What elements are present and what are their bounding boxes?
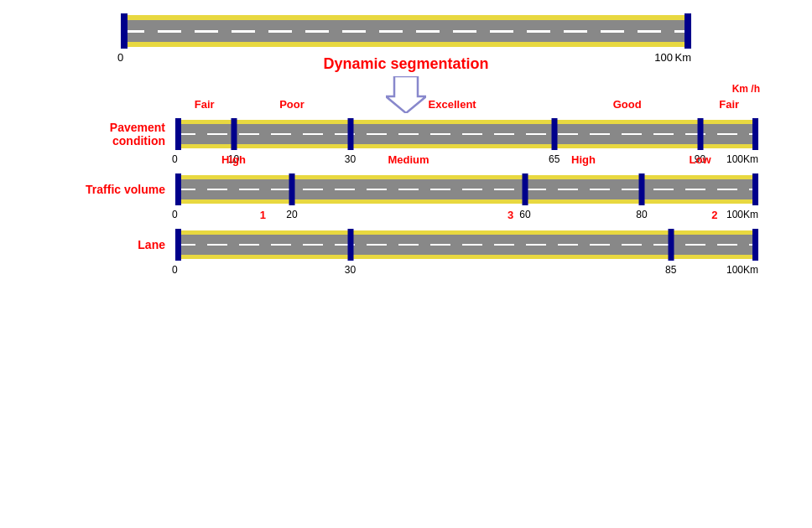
pavement-div-4 [697, 118, 703, 150]
lane-seg-1: 1 [260, 209, 266, 221]
lane-road-wrap: 1 3 2 0 30 85 100 Km [175, 230, 758, 259]
lane-km-85: 85 [665, 264, 676, 276]
down-arrow-icon [386, 76, 426, 113]
traffic-km-80: 80 [636, 209, 647, 220]
top-road-dashes [121, 30, 691, 33]
traffic-div-1 [289, 173, 295, 205]
top-road-start-km: 0 [117, 51, 123, 64]
lane-div-1 [347, 229, 353, 261]
lane-seg-2: 2 [711, 209, 717, 221]
top-road-end-unit: Km [675, 51, 692, 64]
pavement-km-start: 0 [172, 153, 178, 165]
pavement-right-marker [752, 118, 758, 150]
svg-marker-0 [386, 76, 426, 113]
pavement-km-65: 65 [549, 153, 560, 165]
lane-seg-3: 3 [508, 209, 513, 221]
pavement-seg-fair2: Fair [719, 98, 739, 111]
traffic-seg-low: Low [690, 153, 711, 166]
traffic-road [175, 175, 758, 204]
lane-km-30: 30 [345, 264, 356, 276]
traffic-seg-high1: High [221, 153, 246, 166]
pavement-label: Pavement condition [54, 121, 175, 148]
top-road-wrap: 0 100 Km [121, 15, 691, 47]
traffic-div-3 [639, 173, 645, 205]
pavement-seg-good: Good [613, 98, 642, 111]
pavement-div-3 [551, 118, 557, 150]
pavement-seg-fair1: Fair [195, 98, 215, 111]
lane-div-2 [668, 229, 674, 261]
pavement-road-wrap: Km /h Fair Poor Excellent Good Fair [175, 120, 758, 148]
traffic-left-marker [175, 173, 181, 205]
seg-rows: Pavement condition Km /h Fair Poor Ex [0, 120, 812, 259]
diagram-container: 0 100 Km Dynamic segmentation Pavement c… [0, 0, 812, 528]
lane-road [175, 230, 758, 259]
dynamic-segmentation-label: Dynamic segmentation [323, 55, 488, 73]
pavement-km-end: 100 [726, 153, 743, 165]
pavement-dashes [175, 133, 758, 135]
traffic-km-60: 60 [519, 209, 530, 220]
top-road-left-marker [121, 13, 128, 49]
pavement-div-1 [231, 118, 237, 150]
lane-label: Lane [54, 238, 175, 251]
pavement-km-unit: Km [743, 153, 758, 165]
lane-left-marker [175, 229, 181, 261]
top-road-end-km: 100 [654, 51, 673, 64]
pavement-left-marker [175, 118, 181, 150]
pavement-km-30: 30 [345, 153, 356, 165]
pavement-road [175, 120, 758, 148]
top-road-right-marker [684, 13, 691, 49]
traffic-seg-high2: High [571, 153, 596, 166]
top-road-section: 0 100 Km [121, 15, 691, 47]
traffic-row: Traffic volume High Medium High Low 0 20… [54, 175, 758, 204]
top-road [121, 15, 691, 47]
traffic-km-unit: Km [743, 209, 758, 220]
traffic-km-start: 0 [172, 209, 178, 220]
traffic-road-wrap: High Medium High Low 0 20 60 80 100 Km [175, 175, 758, 204]
kmh-label: Km /h [732, 83, 760, 95]
lane-km-unit: Km [743, 264, 758, 276]
traffic-seg-medium: Medium [388, 153, 429, 166]
traffic-label: Traffic volume [54, 183, 175, 196]
traffic-div-2 [523, 173, 528, 205]
lane-right-marker [752, 229, 758, 261]
pavement-div-2 [347, 118, 353, 150]
traffic-km-end: 100 [726, 209, 743, 220]
lane-row: Lane 1 3 2 0 30 85 100 Km [54, 230, 758, 259]
traffic-km-20: 20 [286, 209, 297, 220]
pavement-row: Pavement condition Km /h Fair Poor Ex [54, 120, 758, 148]
lane-km-start: 0 [172, 264, 178, 276]
pavement-seg-poor: Poor [279, 98, 304, 111]
pavement-seg-excellent: Excellent [429, 98, 476, 111]
lane-km-end: 100 [726, 264, 743, 276]
traffic-dashes [175, 189, 758, 190]
traffic-right-marker [752, 173, 758, 205]
